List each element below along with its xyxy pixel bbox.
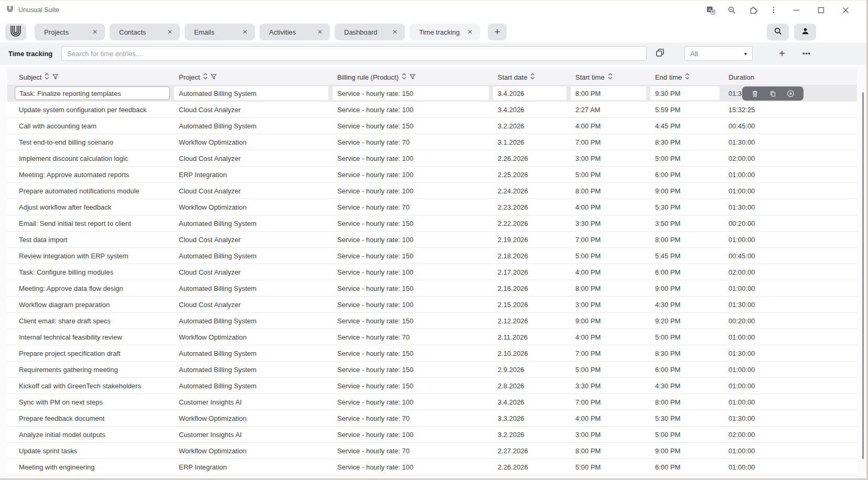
table-row[interactable]: Task: Configure billing modules Cloud Co… — [7, 264, 857, 280]
filter-dropdown[interactable]: All ▾ — [684, 46, 753, 61]
cell-start-time: 9:00 PM — [571, 313, 650, 329]
close-button[interactable] — [833, 1, 858, 19]
table-row[interactable]: Meeting: Approve data flow design Automa… — [7, 280, 857, 297]
minimize-button[interactable] — [784, 1, 809, 19]
table-row[interactable]: Analyze initial model outputs Customer I… — [7, 427, 857, 443]
tab-close-icon[interactable]: ✕ — [392, 29, 398, 35]
table-row[interactable]: Update system configuration per feedback… — [7, 102, 857, 118]
sort-icon[interactable] — [203, 72, 208, 82]
cell-duration: 01:30:00 — [724, 297, 857, 312]
tab-close-icon[interactable]: ✕ — [317, 29, 323, 35]
sort-icon[interactable] — [685, 72, 690, 82]
sort-icon[interactable] — [530, 72, 535, 82]
cell-start-date: 2.9.2026 — [493, 362, 571, 377]
table-row[interactable]: Implement discount calculation logic Clo… — [7, 150, 857, 167]
cell-subject: Task: Finalize reporting templates — [7, 85, 174, 101]
filter-funnel-icon[interactable] — [211, 72, 217, 82]
table-row[interactable]: Email: Send initial test report to clien… — [7, 215, 857, 232]
cell-start-date: 3.4.2026 — [493, 85, 571, 101]
sort-icon[interactable] — [45, 72, 49, 82]
tab-label: Activities — [269, 28, 296, 36]
cell-start-date: 2.27.2026 — [493, 443, 571, 459]
sort-icon[interactable] — [402, 72, 406, 82]
table-row[interactable]: Meeting: Approve automated reports ERP I… — [7, 167, 857, 183]
column-header-end-time[interactable]: End time — [650, 69, 724, 85]
brand-logo-icon — [9, 25, 22, 39]
table-row[interactable]: Test end-to-end billing scenario Workflo… — [7, 134, 857, 150]
table-row[interactable]: Review integration with ERP system Autom… — [7, 248, 857, 264]
copy-icon — [655, 48, 665, 60]
table-row[interactable]: Prepare project specification draft Auto… — [7, 345, 857, 362]
cell-start-date: 2.18.2026 — [493, 248, 571, 264]
column-header-start-time[interactable]: Start time — [571, 69, 650, 85]
table-row[interactable]: Task: Finalize reporting templates Autom… — [7, 85, 857, 102]
translate-icon[interactable]: A — [700, 1, 721, 19]
profile-button[interactable] — [794, 24, 816, 40]
table-row[interactable]: Kickoff call with GreenTech stakeholders… — [7, 378, 857, 394]
start-timer-button[interactable] — [785, 88, 796, 100]
table-row[interactable]: Test data import Cloud Cost Analyzer Ser… — [7, 232, 857, 248]
table-row[interactable]: Call with accounting team Automated Bill… — [7, 118, 857, 134]
cell-start-time: 3:00 PM — [571, 427, 650, 442]
global-search-button[interactable] — [767, 24, 789, 40]
table-header-row: Subject Project Billing rule (Product) S… — [7, 69, 857, 85]
delete-button[interactable] — [749, 88, 761, 100]
add-entry-button[interactable]: + — [775, 46, 789, 61]
more-options-button[interactable]: ••• — [798, 46, 815, 61]
tab-close-icon[interactable]: ✕ — [467, 29, 473, 35]
tab-emails[interactable]: Emails ✕ — [185, 24, 255, 40]
tab-close-icon[interactable]: ✕ — [92, 29, 98, 35]
cell-end-time: 5:30 PM — [650, 199, 724, 215]
tab-contacts[interactable]: Contacts ✕ — [110, 24, 180, 40]
search-input[interactable] — [61, 46, 647, 61]
cell-duration: 02:00:00 — [724, 264, 857, 280]
filter-funnel-icon[interactable] — [52, 72, 58, 82]
cell-start-time: 4:00 PM — [571, 410, 650, 426]
table-row[interactable]: Meeting with engineering ERP Integration… — [7, 459, 857, 475]
tab-close-icon[interactable]: ✕ — [167, 29, 173, 35]
duplicate-button[interactable] — [767, 88, 778, 100]
table-row[interactable]: Prepare feedback document Workflow Optim… — [7, 410, 857, 427]
cell-subject: Client email: share draft specs — [7, 313, 174, 329]
table-row[interactable]: Adjust workflow after feedback Workflow … — [7, 199, 857, 215]
column-header-duration[interactable]: Duration — [724, 69, 857, 85]
new-tab-button[interactable]: + — [488, 24, 507, 40]
sort-icon[interactable] — [608, 72, 613, 82]
column-header-subject[interactable]: Subject — [7, 69, 174, 85]
cell-billing-rule: Service - hourly rate: 70 — [333, 199, 493, 215]
tab-label: Projects — [44, 28, 69, 36]
table-row[interactable]: Requirements gathering meeting Automated… — [7, 362, 857, 378]
zoom-icon[interactable] — [721, 1, 742, 19]
tab-close-icon[interactable]: ✕ — [242, 29, 248, 35]
cell-start-date: 2.17.2026 — [493, 264, 571, 280]
cell-end-time: 6:00 PM — [650, 362, 724, 377]
cell-end-time: 5:59 PM — [650, 102, 724, 117]
cell-subject: Sync with PM on next steps — [7, 394, 174, 410]
cell-end-time: 5:00 PM — [650, 329, 724, 345]
tab-projects[interactable]: Projects ✕ — [35, 24, 105, 40]
table-row[interactable]: Client email: share draft specs Automate… — [7, 313, 857, 329]
vertical-scrollbar[interactable] — [862, 92, 864, 459]
filter-funnel-icon[interactable] — [410, 72, 415, 82]
maximize-button[interactable] — [809, 1, 833, 19]
table-row[interactable]: Internal technical feasibility review Wo… — [7, 329, 857, 345]
cell-start-date: 2.22.2026 — [493, 215, 571, 231]
column-header-project[interactable]: Project — [174, 69, 333, 85]
home-logo-button[interactable] — [5, 24, 26, 40]
tab-activities[interactable]: Activities ✕ — [260, 24, 330, 40]
tab-time-tracking[interactable]: Time tracking ✕ — [410, 24, 480, 40]
menu-kebab-icon[interactable] — [763, 1, 784, 19]
extensions-icon[interactable] — [742, 1, 763, 19]
tab-strip: Projects ✕ Contacts ✕ Emails ✕ Activitie… — [0, 19, 866, 42]
table-row[interactable]: Prepare automated notifications module C… — [7, 183, 857, 199]
copy-view-button[interactable] — [653, 47, 666, 60]
column-header-billing-rule-product[interactable]: Billing rule (Product) — [333, 69, 493, 85]
column-header-start-date[interactable]: Start date — [493, 69, 571, 85]
table-row[interactable]: Update sprint tasks Workflow Optimizatio… — [7, 443, 857, 459]
table-row[interactable]: Sync with PM on next steps Customer Insi… — [7, 394, 857, 410]
table-row[interactable]: Workflow diagram preparation Cloud Cost … — [7, 297, 857, 313]
cell-billing-rule: Service - hourly rate: 150 — [333, 345, 493, 361]
tab-label: Emails — [194, 28, 215, 36]
tab-dashboard[interactable]: Dashboard ✕ — [335, 24, 405, 40]
cell-billing-rule: Service - hourly rate: 70 — [333, 443, 493, 459]
